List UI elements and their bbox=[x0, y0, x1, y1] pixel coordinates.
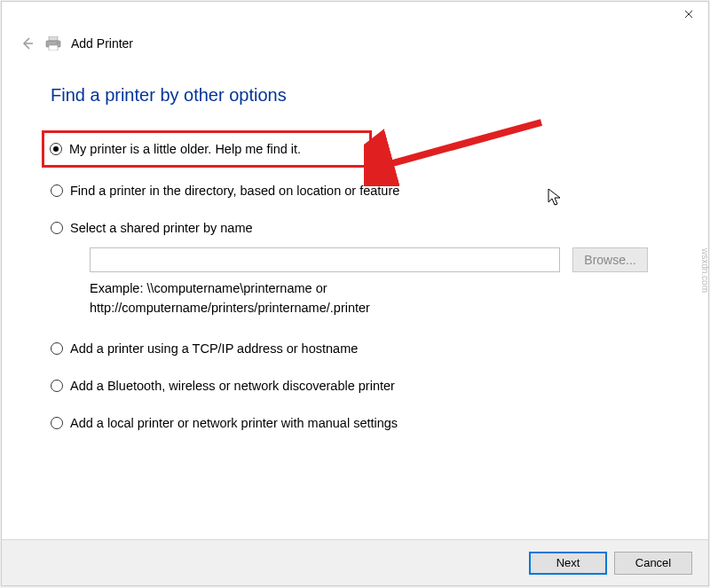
option-wireless[interactable]: Add a Bluetooth, wireless or network dis… bbox=[51, 375, 659, 396]
watermark: wsxdn.com bbox=[700, 248, 710, 293]
shared-example-text: Example: \\computername\printername or h… bbox=[90, 279, 659, 318]
add-printer-dialog: Add Printer Find a printer by other opti… bbox=[1, 1, 709, 586]
svg-rect-2 bbox=[49, 45, 58, 51]
radio-icon bbox=[51, 342, 63, 355]
option-label: Add a local printer or network printer w… bbox=[70, 416, 398, 430]
wizard-header: Add Printer bbox=[2, 30, 708, 59]
option-label: Add a printer using a TCP/IP address or … bbox=[70, 341, 358, 356]
radio-icon bbox=[51, 417, 63, 429]
option-label: Add a Bluetooth, wireless or network dis… bbox=[70, 379, 395, 393]
svg-rect-0 bbox=[49, 36, 58, 41]
example-line1: Example: \\computername\printername or bbox=[90, 279, 659, 299]
cancel-button[interactable]: Cancel bbox=[614, 552, 692, 575]
option-label: My printer is a little older. Help me fi… bbox=[69, 142, 301, 156]
option-local[interactable]: Add a local printer or network printer w… bbox=[51, 412, 659, 434]
printer-icon bbox=[44, 36, 62, 51]
content-area: Find a printer by other options My print… bbox=[2, 59, 708, 450]
close-button[interactable] bbox=[668, 2, 708, 27]
options-group: My printer is a little older. Help me fi… bbox=[51, 130, 659, 450]
svg-point-3 bbox=[57, 43, 59, 44]
next-button[interactable]: Next bbox=[529, 552, 607, 575]
close-icon bbox=[684, 10, 693, 19]
browse-button[interactable]: Browse... bbox=[572, 247, 648, 272]
footer-bar: Next Cancel bbox=[2, 539, 708, 585]
option-older-printer[interactable]: My printer is a little older. Help me fi… bbox=[42, 130, 372, 168]
shared-input-row: Browse... bbox=[90, 247, 659, 272]
shared-printer-input[interactable] bbox=[90, 247, 560, 272]
radio-icon bbox=[51, 380, 63, 392]
back-arrow-icon bbox=[20, 36, 35, 51]
back-button[interactable] bbox=[20, 35, 36, 51]
page-heading: Find a printer by other options bbox=[51, 85, 659, 106]
titlebar bbox=[2, 2, 708, 30]
option-label: Select a shared printer by name bbox=[70, 221, 253, 235]
wizard-title: Add Printer bbox=[71, 36, 133, 51]
option-shared[interactable]: Select a shared printer by name bbox=[51, 217, 659, 239]
example-line2: http://computername/printers/printername… bbox=[90, 299, 659, 318]
option-shared-group: Select a shared printer by name Browse..… bbox=[51, 217, 659, 318]
radio-icon bbox=[51, 222, 63, 234]
option-directory[interactable]: Find a printer in the directory, based o… bbox=[51, 180, 659, 201]
option-tcpip[interactable]: Add a printer using a TCP/IP address or … bbox=[51, 338, 659, 359]
radio-icon bbox=[50, 143, 62, 155]
option-label: Find a printer in the directory, based o… bbox=[70, 184, 399, 198]
radio-icon bbox=[51, 184, 63, 197]
